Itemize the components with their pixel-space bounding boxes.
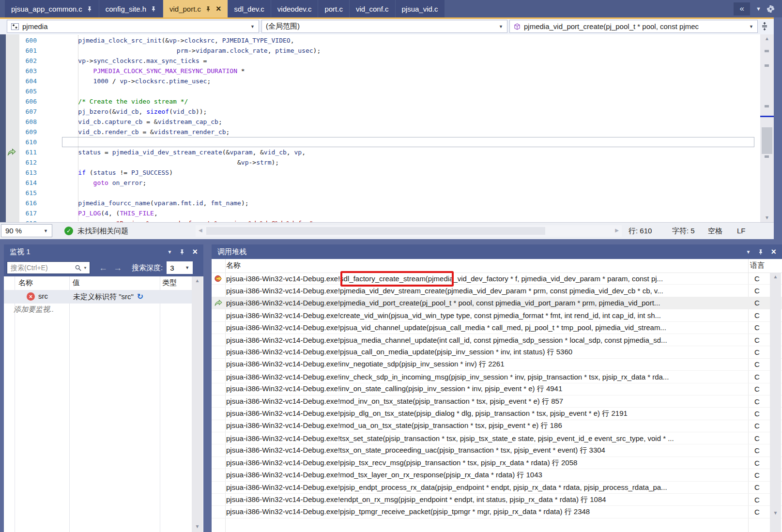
- frame-language: C: [748, 336, 770, 344]
- search-options-dropdown-icon[interactable]: ▼: [83, 266, 87, 270]
- back-arrow-icon[interactable]: ←: [99, 263, 107, 272]
- code-editor[interactable]: 600 pjmedia_clock_src_init(&vp->clocksrc…: [0, 34, 774, 222]
- code-line-600[interactable]: 600 pjmedia_clock_src_init(&vp->clocksrc…: [0, 35, 760, 46]
- hscrollbar-thumb[interactable]: [206, 227, 545, 235]
- document-tab[interactable]: videodev.c: [271, 0, 318, 17]
- callstack-grid-header[interactable]: 名称 语言: [212, 259, 782, 273]
- stack-frame-row[interactable]: pjsua-i386-Win32-vc14-Debug.exe!tsx_set_…: [212, 432, 782, 444]
- gear-icon[interactable]: [767, 5, 774, 13]
- watch-grid-header[interactable]: 名称 值 类型: [4, 276, 192, 290]
- editor-hscrollbar[interactable]: ◀ ▶: [196, 225, 622, 237]
- document-tab[interactable]: pjsua_app_common.c: [5, 0, 99, 17]
- stack-frame-row[interactable]: pjsua-i386-Win32-vc14-Debug.exe!pjsip_ts…: [212, 457, 782, 469]
- callstack-scrollbar[interactable]: ▲ ▼: [770, 273, 781, 532]
- stack-frame-row[interactable]: pjsua-i386-Win32-vc14-Debug.exe!pjsua_vi…: [212, 322, 782, 334]
- code-line-613[interactable]: 613 if (status != PJ_SUCCESS): [0, 167, 760, 178]
- stack-frame-row[interactable]: pjsua-i386-Win32-vc14-Debug.exe!mod_inv_…: [212, 395, 782, 408]
- document-tab[interactable]: sdl_dev.c: [228, 0, 271, 17]
- stack-frame-row[interactable]: pjsua-i386-Win32-vc14-Debug.exe!mod_ua_o…: [212, 420, 782, 432]
- pin-icon[interactable]: [87, 6, 92, 12]
- document-list-dropdown-icon[interactable]: ▼: [756, 6, 761, 12]
- code-line-616[interactable]: 616 pjmedia_fourcc_name(vparam.fmt.id, f…: [0, 198, 760, 208]
- code-line-609[interactable]: 609 vid_cb.render_cb = &vidstream_render…: [0, 127, 760, 137]
- watch-add-row[interactable]: 添加要监视..: [4, 304, 192, 316]
- stack-frame-row[interactable]: pjsua-i386-Win32-vc14-Debug.exe!mod_tsx_…: [212, 469, 782, 481]
- scope-dropdown[interactable]: (全局范围) ▼: [261, 20, 507, 33]
- code-line-618[interactable]: 618 "Device %s opened: format=%s, size=%…: [0, 218, 760, 222]
- scroll-down-icon[interactable]: ▼: [770, 510, 781, 517]
- refresh-icon[interactable]: ↻: [137, 292, 143, 301]
- code-line-610[interactable]: 610: [0, 137, 760, 147]
- close-icon[interactable]: ×: [192, 247, 198, 256]
- search-depth-dropdown[interactable]: 3 ▼: [167, 261, 193, 274]
- stack-frame-row[interactable]: pjsua-i386-Win32-vc14-Debug.exe!pjmedia_…: [212, 297, 782, 309]
- code-line-614[interactable]: 614 goto on_error;: [0, 178, 760, 188]
- function-dropdown[interactable]: pjmedia_vid_port_create(pj_pool_t * pool…: [509, 20, 758, 33]
- search-input[interactable]: [10, 263, 73, 272]
- document-tab[interactable]: port.c: [318, 0, 349, 17]
- stack-frame-row[interactable]: pjsua-i386-Win32-vc14-Debug.exe!pjsip_en…: [212, 482, 782, 494]
- scroll-up-icon[interactable]: ▲: [760, 35, 774, 42]
- document-tab[interactable]: vid_conf.c: [350, 0, 395, 17]
- code-line-607[interactable]: 607 pj_bzero(&vid_cb, sizeof(vid_cb));: [0, 106, 760, 117]
- stack-frame-row[interactable]: pjsua-i386-Win32-vc14-Debug.exe!pjsua_ca…: [212, 346, 782, 358]
- scroll-up-icon[interactable]: ▲: [770, 274, 781, 280]
- code-line-602[interactable]: 602 vp->sync_clocksrc.max_sync_ticks =: [0, 56, 760, 66]
- collapse-panel-icon[interactable]: «: [734, 2, 750, 15]
- code-line-604[interactable]: 604 1000 / vp->clocksrc.ptime_usec;: [0, 76, 760, 86]
- document-tab[interactable]: vid_port.c×: [163, 0, 228, 17]
- stack-frame-row[interactable]: pjsua-i386-Win32-vc14-Debug.exe!pjsua_me…: [212, 334, 782, 346]
- pin-icon[interactable]: [151, 6, 156, 12]
- code-line-606[interactable]: 606 /* Create the video stream */: [0, 96, 760, 106]
- column-header-type[interactable]: 类型: [162, 278, 177, 288]
- search-icon[interactable]: [75, 265, 81, 271]
- stack-frame-row[interactable]: pjsua-i386-Win32-vc14-Debug.exe!pjsip_tp…: [212, 506, 782, 518]
- scroll-down-icon[interactable]: ▼: [192, 523, 203, 530]
- scroll-right-icon[interactable]: ▶: [615, 228, 619, 233]
- window-position-dropdown-icon[interactable]: ▼: [746, 249, 751, 255]
- scroll-left-icon[interactable]: ◀: [199, 228, 202, 233]
- code-line-601[interactable]: 601 prm->vidparam.clock_rate, ptime_usec…: [0, 46, 760, 56]
- code-line-612[interactable]: 612 &vp->strm);: [0, 157, 760, 167]
- zoom-level-dropdown[interactable]: 90 % ▼: [1, 224, 52, 237]
- column-header-name[interactable]: 名称: [18, 278, 33, 288]
- document-tab[interactable]: pjsua_vid.c: [396, 0, 445, 17]
- window-position-dropdown-icon[interactable]: ▼: [168, 249, 172, 255]
- column-header-value[interactable]: 值: [73, 278, 80, 288]
- frame-text: pjsua-i386-Win32-vc14-Debug.exe!tsx_on_s…: [225, 446, 748, 455]
- pin-icon[interactable]: [205, 6, 211, 12]
- forward-arrow-icon[interactable]: →: [113, 263, 122, 272]
- code-line-603[interactable]: 603 PJMEDIA_CLOCK_SYNC_MAX_RESYNC_DURATI…: [0, 66, 760, 76]
- editor-scrollbar[interactable]: ▲ ▼: [760, 34, 774, 222]
- document-tab[interactable]: config_site.h: [99, 0, 163, 17]
- project-dropdown[interactable]: pjmedia ▼: [7, 20, 259, 33]
- stack-frame-row[interactable]: pjsua-i386-Win32-vc14-Debug.exe!tsx_on_s…: [212, 444, 782, 456]
- column-header-language[interactable]: 语言: [750, 261, 765, 270]
- code-line-608[interactable]: 608 vid_cb.capture_cb = &vidstream_cap_c…: [0, 117, 760, 127]
- stack-frame-row[interactable]: pjsua-i386-Win32-vc14-Debug.exe!pjmedia_…: [212, 285, 782, 297]
- code-line-605[interactable]: 605: [0, 86, 760, 96]
- stack-frame-row[interactable]: pjsua-i386-Win32-vc14-Debug.exe!endpt_on…: [212, 494, 782, 506]
- close-icon[interactable]: ×: [771, 247, 776, 256]
- code-line-615[interactable]: 615: [0, 188, 760, 198]
- scrollbar-thumb[interactable]: [762, 127, 772, 154]
- stack-frame-row[interactable]: pjsua-i386-Win32-vc14-Debug.exe!pjsip_dl…: [212, 408, 782, 420]
- watch-search-box[interactable]: ▼: [7, 261, 90, 274]
- split-editor-handle[interactable]: [761, 22, 768, 32]
- stack-frame-row[interactable]: pjsua-i386-Win32-vc14-Debug.exe!inv_on_s…: [212, 383, 782, 395]
- stack-frame-row[interactable]: pjsua-i386-Win32-vc14-Debug.exe!sdl_fact…: [212, 273, 782, 285]
- code-line-617[interactable]: 617 PJ_LOG(4, (THIS_FILE,: [0, 208, 760, 218]
- scroll-up-icon[interactable]: ▲: [192, 277, 203, 284]
- stack-frame-row[interactable]: pjsua-i386-Win32-vc14-Debug.exe!inv_nego…: [212, 359, 782, 371]
- stack-frame-row[interactable]: pjsua-i386-Win32-vc14-Debug.exe!inv_chec…: [212, 371, 782, 383]
- scroll-down-icon[interactable]: ▼: [760, 214, 774, 221]
- watch-scrollbar[interactable]: ▲ ▼: [192, 276, 203, 532]
- pin-icon[interactable]: [758, 249, 764, 255]
- column-header-name[interactable]: 名称: [226, 261, 241, 270]
- watch-row-src[interactable]: × src 未定义标识符 "src"↻: [4, 290, 192, 304]
- code-line-611[interactable]: 611 status = pjmedia_vid_dev_stream_crea…: [0, 147, 760, 157]
- close-icon[interactable]: ×: [216, 4, 221, 13]
- pin-icon[interactable]: [179, 249, 185, 255]
- stack-frame-row[interactable]: pjsua-i386-Win32-vc14-Debug.exe!create_v…: [212, 309, 782, 321]
- chevron-down-icon: ▼: [499, 24, 503, 29]
